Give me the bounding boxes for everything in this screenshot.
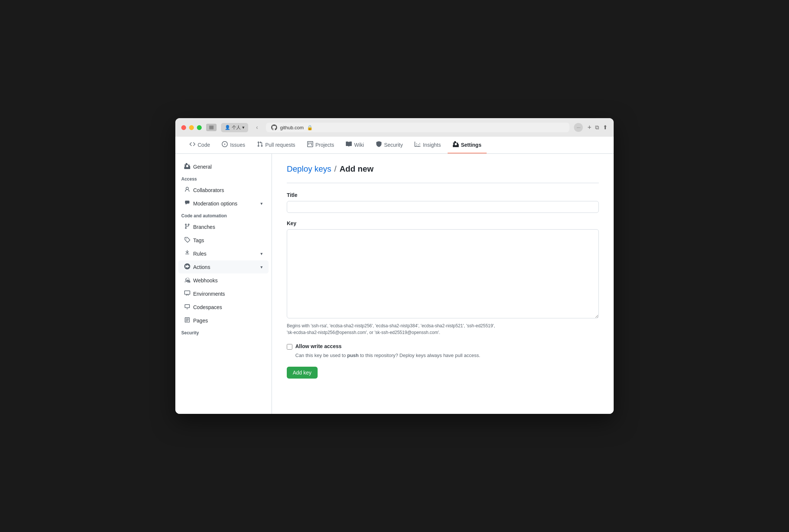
sidebar-item-pages[interactable]: Pages (178, 314, 269, 327)
sidebar-tags-label: Tags (193, 237, 263, 243)
nav-item-pullrequests[interactable]: Pull requests (252, 137, 301, 153)
title-input[interactable] (287, 201, 599, 213)
nav-item-code[interactable]: Code (184, 137, 215, 153)
nav-item-projects[interactable]: Projects (302, 137, 340, 153)
nav-label-issues: Issues (230, 142, 245, 148)
sidebar-section-security: Security (175, 327, 272, 337)
sidebar-collaborators-label: Collaborators (193, 187, 263, 193)
projects-icon (307, 141, 313, 148)
svg-rect-1 (209, 127, 214, 128)
repo-nav: Code Issues Pull requests Projects Wiki (175, 137, 614, 154)
breadcrumb-current: Add new (340, 164, 374, 174)
sidebar-item-tags[interactable]: Tags (178, 234, 269, 247)
issues-icon (222, 141, 228, 148)
content-area: Deploy keys / Add new Title Key Begins w… (272, 154, 614, 414)
sidebar-item-codespaces[interactable]: Codespaces (178, 301, 269, 314)
pages-icon (184, 317, 190, 324)
nav-label-pullrequests: Pull requests (265, 142, 295, 148)
sidebar-section-code: Code and automation (175, 210, 272, 220)
sidebar-actions-label: Actions (193, 264, 257, 270)
account-icon: 👤 (225, 125, 230, 130)
svg-rect-2 (209, 129, 214, 129)
title-label: Title (287, 192, 599, 198)
tabs-button[interactable]: ⧉ (595, 124, 599, 131)
nav-item-settings[interactable]: Settings (448, 137, 487, 153)
nav-item-wiki[interactable]: Wiki (341, 137, 369, 153)
key-label: Key (287, 220, 599, 226)
divider (287, 183, 599, 183)
account-button[interactable]: 👤 个人 ▾ (221, 123, 248, 132)
moderation-icon (184, 200, 190, 207)
nav-item-issues[interactable]: Issues (217, 137, 250, 153)
add-key-button[interactable]: Add key (287, 367, 318, 379)
breadcrumb-separator: / (334, 164, 337, 174)
new-tab-button[interactable]: + (587, 124, 591, 132)
sidebar-item-environments[interactable]: Environments (178, 287, 269, 300)
browser-actions: + ⧉ ⬆ (587, 124, 608, 132)
allow-write-checkbox-group: Allow write access (287, 343, 599, 350)
nav-label-settings: Settings (461, 142, 481, 148)
push-text: push (347, 353, 358, 358)
chevron-down-icon: ▾ (260, 201, 263, 206)
sidebar-section-access: Access (175, 173, 272, 183)
url-text: github.com (280, 125, 304, 130)
allow-write-checkbox[interactable] (287, 344, 292, 350)
sidebar-general-label: General (193, 164, 263, 170)
insights-icon (415, 141, 421, 148)
sidebar-moderation-label: Moderation options (193, 201, 257, 207)
gear-icon (184, 163, 190, 170)
sidebar-environments-label: Environments (193, 291, 263, 297)
nav-label-projects: Projects (315, 142, 334, 148)
person-icon (184, 186, 190, 194)
sidebar-item-rules[interactable]: Rules ▾ (178, 247, 269, 260)
nav-label-code: Code (198, 142, 210, 148)
code-icon (189, 141, 195, 148)
rules-icon (184, 250, 190, 257)
sidebar-codespaces-label: Codespaces (193, 304, 263, 310)
sidebar-item-branches[interactable]: Branches (178, 220, 269, 233)
address-bar[interactable]: github.com 🔒 (266, 123, 569, 132)
settings-sidebar: General Access Collaborators Moderation … (175, 154, 272, 414)
close-button[interactable] (181, 125, 186, 130)
webhook-icon (184, 277, 190, 284)
sidebar-webhooks-label: Webhooks (193, 278, 263, 283)
sidebar-pages-label: Pages (193, 318, 263, 324)
share-button[interactable]: ⬆ (603, 124, 608, 131)
breadcrumb-link[interactable]: Deploy keys (287, 164, 331, 174)
branch-icon (184, 223, 190, 230)
chevron-down-icon: ▾ (242, 125, 244, 130)
back-button[interactable]: ‹ (253, 123, 262, 132)
chevron-down-icon: ▾ (260, 265, 263, 270)
sidebar-toggle-button[interactable] (206, 124, 217, 131)
nav-item-security[interactable]: Security (371, 137, 408, 153)
browser-window: 👤 个人 ▾ ‹ github.com 🔒 ··· + ⧉ ⬆ Code (175, 118, 614, 414)
title-form-group: Title (287, 192, 599, 213)
key-hint: Begins with 'ssh-rsa', 'ecdsa-sha2-nistp… (287, 322, 599, 336)
codespaces-icon (184, 304, 190, 311)
main-content: General Access Collaborators Moderation … (175, 154, 614, 414)
allow-write-description: Can this key be used to push to this rep… (295, 352, 599, 359)
pr-icon (257, 141, 263, 148)
account-label: 个人 (232, 124, 241, 131)
sidebar-rules-label: Rules (193, 251, 257, 257)
more-options-button[interactable]: ··· (574, 123, 583, 132)
chevron-down-icon: ▾ (260, 251, 263, 256)
key-form-group: Key Begins with 'ssh-rsa', 'ecdsa-sha2-n… (287, 220, 599, 336)
allow-write-label: Allow write access (295, 343, 342, 349)
sidebar-item-actions[interactable]: Actions ▾ (178, 260, 269, 273)
sidebar-item-collaborators[interactable]: Collaborators (178, 184, 269, 197)
wiki-icon (346, 141, 352, 148)
minimize-button[interactable] (189, 125, 194, 130)
sidebar-item-webhooks[interactable]: Webhooks (178, 274, 269, 287)
fullscreen-button[interactable] (197, 125, 202, 130)
svg-rect-0 (209, 126, 214, 127)
github-icon (271, 124, 277, 130)
security-icon (376, 141, 382, 148)
nav-item-insights[interactable]: Insights (409, 137, 446, 153)
nav-label-wiki: Wiki (354, 142, 364, 148)
tag-icon (184, 237, 190, 244)
sidebar-item-moderation[interactable]: Moderation options ▾ (178, 197, 269, 210)
key-textarea[interactable] (287, 229, 599, 318)
allow-write-group: Allow write access Can this key be used … (287, 343, 599, 359)
sidebar-item-general[interactable]: General (178, 160, 269, 173)
